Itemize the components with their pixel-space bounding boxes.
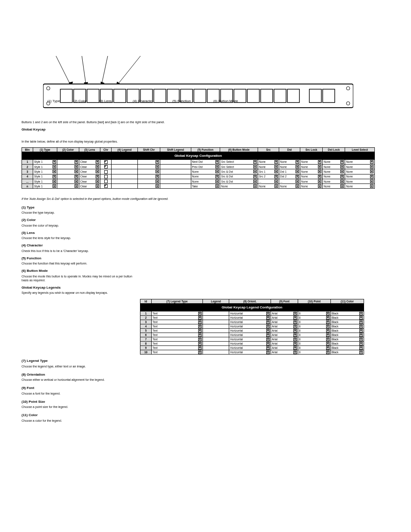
cell-shift-legend[interactable] bbox=[160, 169, 191, 174]
cell-legend-type[interactable]: Text bbox=[152, 316, 203, 320]
cell-src-lock[interactable]: None bbox=[300, 165, 323, 169]
cell-point[interactable]: 8 bbox=[298, 320, 331, 324]
cell-color[interactable]: Black bbox=[330, 342, 364, 346]
cell-lens[interactable]: Clear bbox=[79, 169, 100, 174]
cell-src-lock[interactable]: None bbox=[300, 179, 323, 184]
cell-character-checkbox[interactable] bbox=[100, 179, 112, 184]
cell-point[interactable]: 8 bbox=[298, 316, 331, 320]
cell-level-select[interactable]: None bbox=[345, 165, 375, 169]
cell-shift-legend[interactable] bbox=[160, 174, 191, 179]
cell-legend[interactable] bbox=[112, 159, 138, 164]
cell-function[interactable]: None bbox=[191, 179, 220, 184]
cell-font[interactable]: Arial bbox=[271, 329, 298, 333]
cell-color[interactable] bbox=[57, 165, 79, 169]
cell-legend-type[interactable]: Text bbox=[152, 342, 203, 346]
cell-character-checkbox[interactable] bbox=[100, 165, 112, 169]
cell-button-mode[interactable]: Src Select bbox=[220, 159, 258, 164]
cell-color[interactable] bbox=[57, 169, 79, 174]
cell-point[interactable]: 8 bbox=[298, 350, 331, 355]
cell-point[interactable]: 8 bbox=[298, 329, 331, 333]
cell-legend-type[interactable]: Text bbox=[152, 346, 203, 350]
cell-legend-type[interactable]: Text bbox=[152, 329, 203, 333]
cell-color[interactable]: Black bbox=[330, 316, 364, 320]
cell-character-checkbox[interactable] bbox=[100, 169, 112, 174]
cell-function[interactable]: Take bbox=[191, 184, 220, 189]
cell-type[interactable]: Style 1 bbox=[33, 159, 57, 164]
cell-lens[interactable]: Clear bbox=[79, 179, 100, 184]
cell-orientation[interactable]: Horizontal bbox=[229, 316, 271, 320]
cell-font[interactable]: Arial bbox=[271, 316, 298, 320]
cell-src-lock[interactable]: None bbox=[300, 184, 323, 189]
cell-font[interactable]: Arial bbox=[271, 346, 298, 350]
cell-dst-lock[interactable]: None bbox=[323, 179, 345, 184]
cell-type[interactable]: Style 1 bbox=[33, 179, 57, 184]
cell-lens[interactable]: Clear bbox=[79, 165, 100, 169]
cell-color[interactable]: Black bbox=[330, 320, 364, 324]
cell-dst-lock[interactable]: None bbox=[323, 159, 345, 164]
cell-orientation[interactable]: Horizontal bbox=[229, 346, 271, 350]
cell-function[interactable]: None bbox=[191, 174, 220, 179]
cell-legend[interactable] bbox=[112, 165, 138, 169]
cell-color[interactable]: Black bbox=[330, 337, 364, 342]
cell-shift-legend[interactable] bbox=[160, 179, 191, 184]
cell-font[interactable]: Arial bbox=[271, 324, 298, 329]
cell-legend[interactable] bbox=[112, 174, 138, 179]
cell-legend-text[interactable] bbox=[202, 337, 229, 342]
cell-legend-text[interactable] bbox=[202, 316, 229, 320]
cell-level-select[interactable]: None bbox=[345, 184, 375, 189]
cell-color[interactable] bbox=[57, 179, 79, 184]
cell-src[interactable]: None bbox=[258, 184, 279, 189]
cell-button-mode[interactable]: None bbox=[220, 184, 258, 189]
cell-legend-text[interactable] bbox=[202, 324, 229, 329]
cell-color[interactable] bbox=[57, 184, 79, 189]
cell-character-checkbox[interactable] bbox=[100, 174, 112, 179]
cell-level-select[interactable]: None bbox=[345, 159, 375, 164]
cell-type[interactable]: Style 1 bbox=[33, 169, 57, 174]
cell-color[interactable] bbox=[57, 159, 79, 164]
cell-shift-legend[interactable] bbox=[160, 184, 191, 189]
cell-level-select[interactable]: None bbox=[345, 179, 375, 184]
cell-function[interactable]: Prev Dst bbox=[191, 165, 220, 169]
cell-dst-lock[interactable]: None bbox=[323, 169, 345, 174]
cell-level-select[interactable]: None bbox=[345, 174, 375, 179]
cell-src[interactable]: None bbox=[258, 165, 279, 169]
cell-legend[interactable] bbox=[112, 184, 138, 189]
cell-dst[interactable]: None bbox=[279, 159, 300, 164]
cell-type[interactable]: Style 1 bbox=[33, 165, 57, 169]
cell-legend-text[interactable] bbox=[202, 346, 229, 350]
cell-orientation[interactable]: Horizontal bbox=[229, 333, 271, 337]
cell-dst[interactable]: Dst 1 bbox=[279, 169, 300, 174]
cell-src-lock[interactable]: None bbox=[300, 174, 323, 179]
cell-shift-legend[interactable] bbox=[160, 159, 191, 164]
cell-font[interactable]: Arial bbox=[271, 333, 298, 337]
cell-level-select[interactable]: None bbox=[345, 169, 375, 174]
cell-src-lock[interactable]: None bbox=[300, 159, 323, 164]
cell-font[interactable]: Arial bbox=[271, 350, 298, 355]
cell-character-checkbox[interactable] bbox=[100, 159, 112, 164]
cell-dst-lock[interactable]: None bbox=[323, 184, 345, 189]
cell-function[interactable]: None bbox=[191, 169, 220, 174]
cell-orientation[interactable]: Horizontal bbox=[229, 324, 271, 329]
cell-src[interactable]: Src 2 bbox=[258, 174, 279, 179]
cell-color[interactable]: Black bbox=[330, 350, 364, 355]
cell-legend-type[interactable]: Text bbox=[152, 320, 203, 324]
cell-point[interactable]: 8 bbox=[298, 333, 331, 337]
cell-src-lock[interactable]: None bbox=[300, 169, 323, 174]
cell-color[interactable]: Black bbox=[330, 333, 364, 337]
cell-color[interactable]: Black bbox=[330, 329, 364, 333]
cell-font[interactable]: Arial bbox=[271, 311, 298, 316]
cell-dst-lock[interactable]: None bbox=[323, 165, 345, 169]
cell-lens[interactable]: Clear bbox=[79, 174, 100, 179]
cell-lens[interactable]: Clear bbox=[79, 184, 100, 189]
cell-button-mode[interactable]: Src Select bbox=[220, 165, 258, 169]
cell-character-checkbox[interactable] bbox=[100, 184, 112, 189]
cell-src[interactable]: None bbox=[258, 159, 279, 164]
cell-legend-text[interactable] bbox=[202, 311, 229, 316]
cell-legend-type[interactable]: Text bbox=[152, 350, 203, 355]
cell-color[interactable] bbox=[57, 174, 79, 179]
cell-legend-type[interactable]: Text bbox=[152, 337, 203, 342]
cell-font[interactable]: Arial bbox=[271, 320, 298, 324]
cell-legend-text[interactable] bbox=[202, 350, 229, 355]
cell-color[interactable]: Black bbox=[330, 346, 364, 350]
cell-point[interactable]: 8 bbox=[298, 337, 331, 342]
